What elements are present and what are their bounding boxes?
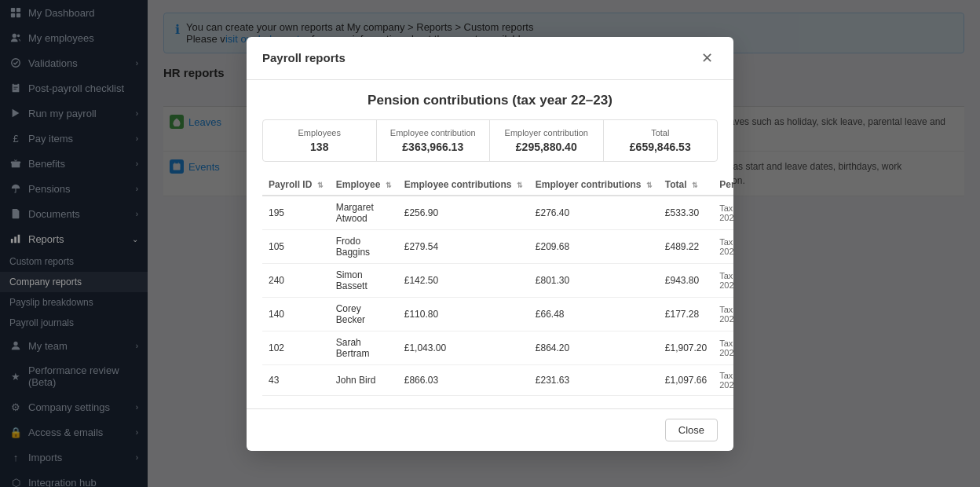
cell-period: Tax year 2022-23 bbox=[713, 331, 733, 364]
cell-total: £1,907.20 bbox=[659, 331, 713, 364]
modal-header: Payroll reports ✕ bbox=[247, 37, 733, 80]
close-button[interactable]: Close bbox=[665, 419, 718, 441]
modal-overlay[interactable]: Payroll reports ✕ Pension contributions … bbox=[0, 0, 980, 487]
cell-ee-contrib: £142.50 bbox=[398, 263, 529, 297]
sort-icon: ⇅ bbox=[692, 181, 698, 189]
table-row: 43 John Bird £866.03 £231.63 £1,097.66 T… bbox=[262, 364, 733, 395]
col-employee[interactable]: Employee ⇅ bbox=[330, 174, 398, 196]
summary-total-value: £659,846.53 bbox=[610, 141, 711, 153]
cell-id: 43 bbox=[262, 364, 330, 395]
summary-ee-value: £363,966.13 bbox=[383, 141, 484, 153]
table-row: 240 Simon Bassett £142.50 £801.30 £943.8… bbox=[262, 263, 733, 297]
summary-ee-label: Employee contribution bbox=[383, 128, 484, 137]
summary-total: Total £659,846.53 bbox=[604, 120, 718, 161]
cell-id: 102 bbox=[262, 331, 330, 364]
cell-ee-contrib: £110.80 bbox=[398, 297, 529, 331]
col-payroll-id[interactable]: Payroll ID ⇅ bbox=[262, 174, 330, 196]
cell-total: £489.22 bbox=[659, 229, 713, 263]
cell-ee-contrib: £1,043.00 bbox=[398, 331, 529, 364]
cell-er-contrib: £864.20 bbox=[529, 331, 659, 364]
cell-period: Tax year 2022-23 bbox=[713, 196, 733, 230]
pension-table: Payroll ID ⇅ Employee ⇅ Employee contrib… bbox=[262, 174, 733, 396]
table-row: 105 Frodo Baggins £279.54 £209.68 £489.2… bbox=[262, 229, 733, 263]
sort-icon: ⇅ bbox=[386, 181, 392, 189]
cell-period: Tax year 2022-23 bbox=[713, 263, 733, 297]
summary-employee-contrib: Employee contribution £363,966.13 bbox=[377, 120, 491, 161]
col-ee-contrib[interactable]: Employee contributions ⇅ bbox=[398, 174, 529, 196]
col-total[interactable]: Total ⇅ bbox=[659, 174, 713, 196]
sort-icon: ⇅ bbox=[517, 181, 523, 189]
summary-employer-contrib: Employer contribution £295,880.40 bbox=[490, 120, 604, 161]
summary-employees-label: Employees bbox=[269, 128, 370, 137]
cell-period: Tax year 2022-23 bbox=[713, 364, 733, 395]
cell-employee: Corey Becker bbox=[330, 297, 398, 331]
cell-er-contrib: £231.63 bbox=[529, 364, 659, 395]
cell-id: 195 bbox=[262, 196, 330, 230]
cell-employee: Frodo Baggins bbox=[330, 229, 398, 263]
cell-er-contrib: £801.30 bbox=[529, 263, 659, 297]
pension-table-body: 195 Margaret Atwood £256.90 £276.40 £533… bbox=[262, 196, 733, 396]
col-period[interactable]: Period ⇅ bbox=[713, 174, 733, 196]
cell-total: £1,097.66 bbox=[659, 364, 713, 395]
cell-ee-contrib: £256.90 bbox=[398, 196, 529, 230]
table-row: 140 Corey Becker £110.80 £66.48 £177.28 … bbox=[262, 297, 733, 331]
cell-id: 105 bbox=[262, 229, 330, 263]
cell-total: £177.28 bbox=[659, 297, 713, 331]
pension-table-header: Payroll ID ⇅ Employee ⇅ Employee contrib… bbox=[262, 174, 733, 196]
table-row: 102 Sarah Bertram £1,043.00 £864.20 £1,9… bbox=[262, 331, 733, 364]
cell-total: £533.30 bbox=[659, 196, 713, 230]
payroll-reports-modal: Payroll reports ✕ Pension contributions … bbox=[247, 37, 733, 451]
cell-total: £943.80 bbox=[659, 263, 713, 297]
modal-title: Payroll reports bbox=[262, 51, 346, 64]
cell-ee-contrib: £866.03 bbox=[398, 364, 529, 395]
modal-body: Pension contributions (tax year 22–23) E… bbox=[247, 80, 733, 408]
cell-period: Tax year 2022-23 bbox=[713, 297, 733, 331]
cell-period: Tax year 2022-23 bbox=[713, 229, 733, 263]
summary-employees-value: 138 bbox=[269, 141, 370, 153]
cell-er-contrib: £66.48 bbox=[529, 297, 659, 331]
pension-title: Pension contributions (tax year 22–23) bbox=[262, 93, 718, 108]
cell-id: 240 bbox=[262, 263, 330, 297]
table-row: 195 Margaret Atwood £256.90 £276.40 £533… bbox=[262, 196, 733, 230]
summary-employees: Employees 138 bbox=[263, 120, 377, 161]
summary-er-label: Employer contribution bbox=[496, 128, 597, 137]
cell-employee: Margaret Atwood bbox=[330, 196, 398, 230]
cell-er-contrib: £276.40 bbox=[529, 196, 659, 230]
modal-footer: Close bbox=[247, 408, 733, 451]
modal-close-button[interactable]: ✕ bbox=[697, 48, 718, 68]
cell-er-contrib: £209.68 bbox=[529, 229, 659, 263]
cell-ee-contrib: £279.54 bbox=[398, 229, 529, 263]
summary-er-value: £295,880.40 bbox=[496, 141, 597, 153]
cell-employee: Sarah Bertram bbox=[330, 331, 398, 364]
sort-icon: ⇅ bbox=[646, 181, 653, 189]
summary-total-label: Total bbox=[610, 128, 711, 137]
cell-id: 140 bbox=[262, 297, 330, 331]
col-er-contrib[interactable]: Employer contributions ⇅ bbox=[529, 174, 659, 196]
pension-summary: Employees 138 Employee contribution £363… bbox=[262, 119, 718, 162]
cell-employee: Simon Bassett bbox=[330, 263, 398, 297]
sort-icon: ⇅ bbox=[317, 181, 324, 189]
cell-employee: John Bird bbox=[330, 364, 398, 395]
